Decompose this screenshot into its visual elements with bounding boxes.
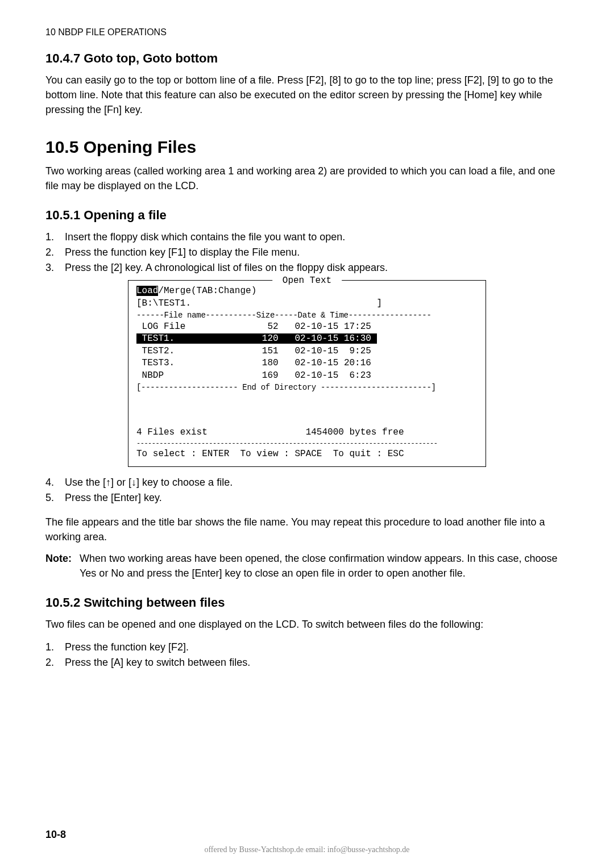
list-text: Press the [Enter] key.: [65, 490, 162, 506]
list-item: 2. Press the [A] key to switch between f…: [45, 655, 569, 670]
heading-10-5-2: 10.5.2 Switching between files: [45, 595, 569, 610]
list-item: 4. Use the [↑] or [↓] key to choose a fi…: [45, 475, 569, 490]
list-number: 3.: [45, 260, 59, 276]
list-number: 5.: [45, 490, 59, 506]
file-row: NBDP 169 02-10-15 6:23: [136, 370, 478, 382]
separator: ----------------------------------------…: [136, 439, 478, 448]
list-number: 1.: [45, 229, 59, 245]
path-row: [B:\TEST1. ]: [136, 298, 478, 310]
list-text: Press the function key [F2].: [65, 640, 189, 655]
file-row: TEST3. 180 02-10-15 20:16: [136, 357, 478, 370]
status-row: 4 Files exist 1454000 bytes free: [136, 427, 478, 439]
list-item: 1. Insert the floppy disk which contains…: [45, 229, 569, 245]
list-number: 4.: [45, 475, 59, 490]
heading-10-4-7: 10.4.7 Goto top, Goto bottom: [45, 51, 569, 66]
page-header: 10 NBDP FILE OPERATIONS: [45, 27, 569, 37]
file-row-selected: TEST1. 120 02-10-15 16:30: [136, 333, 478, 345]
heading-10-5-1: 10.5.1 Opening a file: [45, 208, 569, 223]
file-row: TEST2. 151 02-10-15 9:25: [136, 345, 478, 358]
list-number: 1.: [45, 640, 59, 655]
para-after-list: The file appears and the title bar shows…: [45, 515, 569, 544]
para-10-5-2: Two files can be opened and one displaye…: [45, 617, 569, 632]
columns-header: ------File name-----------Size-----Date …: [136, 310, 478, 321]
open-text-dialog: Open Text Load/Merge(TAB:Change) [B:\TES…: [128, 280, 486, 466]
note-label: Note:: [45, 551, 80, 581]
footer-text: offered by Busse-Yachtshop.de email: inf…: [0, 845, 614, 854]
list-text: Press the function key [F1] to display t…: [65, 245, 300, 260]
list-item: 5. Press the [Enter] key.: [45, 490, 569, 506]
list-text: Use the [↑] or [↓] key to choose a file.: [65, 475, 233, 490]
ordered-list-3: 1. Press the function key [F2]. 2. Press…: [45, 640, 569, 670]
list-text: Press the [A] key to switch between file…: [65, 655, 250, 670]
ordered-list-2: 4. Use the [↑] or [↓] key to choose a fi…: [45, 475, 569, 506]
help-row: To select : ENTER To view : SPACE To qui…: [136, 448, 478, 461]
ordered-list-1: 1. Insert the floppy disk which contains…: [45, 229, 569, 276]
heading-10-5: 10.5 Opening Files: [45, 137, 569, 157]
load-highlight: Load: [136, 286, 158, 296]
load-rest: /Merge(TAB:Change): [158, 286, 256, 296]
note-text: When two working areas have been opened,…: [80, 551, 569, 581]
dialog-title: Open Text: [272, 275, 342, 287]
list-number: 2.: [45, 655, 59, 670]
para-10-4-7: You can easily go to the top or bottom l…: [45, 73, 569, 117]
list-text: Press the [2] key. A chronological list …: [65, 260, 388, 276]
file-row: LOG File 52 02-10-15 17:25: [136, 321, 478, 333]
list-item: 2. Press the function key [F1] to displa…: [45, 245, 569, 260]
list-item: 3. Press the [2] key. A chronological li…: [45, 260, 569, 276]
page-number: 10-8: [45, 829, 66, 841]
list-number: 2.: [45, 245, 59, 260]
list-item: 1. Press the function key [F2].: [45, 640, 569, 655]
list-text: Insert the floppy disk which contains th…: [65, 229, 345, 245]
end-of-directory: [--------------------- End of Directory …: [136, 382, 478, 393]
note-block: Note: When two working areas have been o…: [45, 551, 569, 581]
para-10-5: Two working areas (called working area 1…: [45, 164, 569, 193]
